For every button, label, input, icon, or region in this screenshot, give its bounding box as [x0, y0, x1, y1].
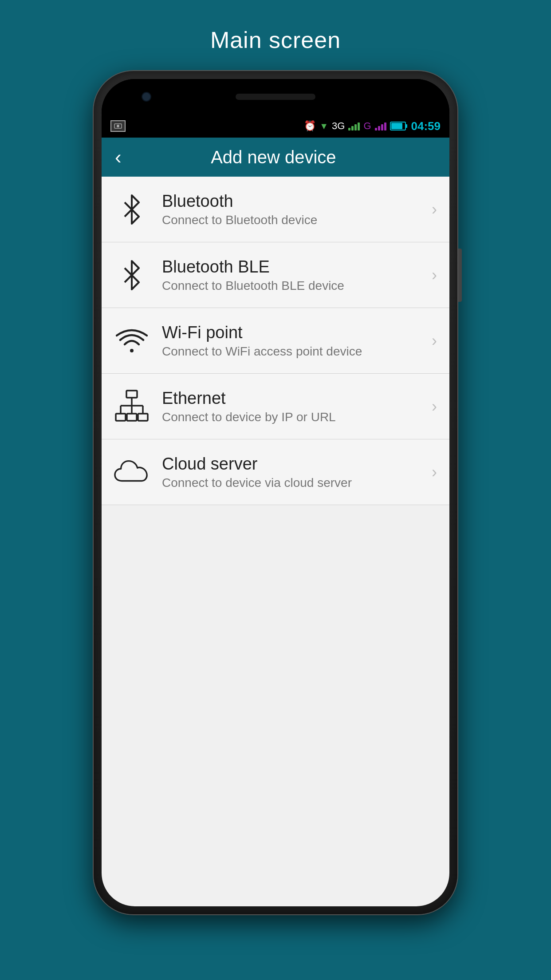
- cloud-text: Cloud server Connect to device via cloud…: [162, 454, 432, 490]
- svg-point-1: [117, 125, 119, 127]
- network-label: 3G: [332, 120, 345, 132]
- bluetooth-text: Bluetooth Connect to Bluetooth device: [162, 191, 432, 228]
- svg-rect-7: [116, 414, 126, 421]
- ethernet-icon: [114, 389, 150, 424]
- ethernet-text: Ethernet Connect to device by IP or URL: [162, 388, 432, 425]
- cloud-title: Cloud server: [162, 454, 432, 474]
- list-item-bluetooth[interactable]: Bluetooth Connect to Bluetooth device ›: [102, 177, 449, 242]
- front-camera: [142, 92, 151, 102]
- cloud-subtitle: Connect to device via cloud server: [162, 476, 432, 490]
- bluetooth-icon: [114, 192, 150, 227]
- phone-shell: ⏰ ▼ 3G G: [94, 71, 457, 914]
- bluetooth-ble-text: Bluetooth BLE Connect to Bluetooth BLE d…: [162, 257, 432, 293]
- bluetooth-ble-chevron: ›: [432, 266, 437, 285]
- bluetooth-subtitle: Connect to Bluetooth device: [162, 213, 432, 227]
- empty-area: [102, 541, 449, 906]
- signal-bars-2: [375, 122, 386, 130]
- bluetooth-ble-title: Bluetooth BLE: [162, 257, 432, 277]
- svg-rect-9: [138, 414, 148, 421]
- phone-top-bar: [102, 79, 449, 115]
- wifi-subtitle: Connect to WiFi access point device: [162, 344, 432, 359]
- status-bar: ⏰ ▼ 3G G: [102, 115, 449, 138]
- photo-icon: [110, 120, 126, 132]
- ethernet-subtitle: Connect to device by IP or URL: [162, 410, 432, 424]
- alarm-icon: ⏰: [304, 120, 316, 132]
- phone-screen: ⏰ ▼ 3G G: [102, 79, 449, 906]
- wifi-title: Wi-Fi point: [162, 323, 432, 343]
- svg-rect-4: [391, 123, 402, 129]
- menu-list: Bluetooth Connect to Bluetooth device › …: [102, 177, 449, 541]
- svg-rect-8: [127, 414, 137, 421]
- page-title: Main screen: [210, 27, 341, 53]
- svg-rect-3: [405, 124, 407, 128]
- wifi-icon: [114, 323, 150, 359]
- phone-speaker: [236, 94, 315, 100]
- status-right: ⏰ ▼ 3G G: [304, 119, 441, 133]
- app-header-title: Add new device: [130, 147, 417, 167]
- bluetooth-title: Bluetooth: [162, 191, 432, 212]
- list-item-ethernet[interactable]: Ethernet Connect to device by IP or URL …: [102, 374, 449, 439]
- ethernet-title: Ethernet: [162, 388, 432, 409]
- bluetooth-ble-subtitle: Connect to Bluetooth BLE device: [162, 279, 432, 293]
- app-header: ‹ Add new device: [102, 138, 449, 177]
- cloud-icon: [114, 454, 150, 490]
- battery-icon: [390, 121, 408, 131]
- list-item-wifi[interactable]: Wi-Fi point Connect to WiFi access point…: [102, 308, 449, 374]
- wifi-status-icon: ▼: [319, 121, 328, 131]
- network2-label: G: [363, 120, 371, 132]
- back-button[interactable]: ‹: [115, 147, 122, 167]
- list-item-cloud[interactable]: Cloud server Connect to device via cloud…: [102, 439, 449, 505]
- list-item-bluetooth-ble[interactable]: Bluetooth BLE Connect to Bluetooth BLE d…: [102, 242, 449, 308]
- status-time: 04:59: [411, 119, 441, 133]
- wifi-text: Wi-Fi point Connect to WiFi access point…: [162, 323, 432, 359]
- status-left: [110, 120, 304, 132]
- ethernet-chevron: ›: [432, 397, 437, 416]
- cloud-chevron: ›: [432, 463, 437, 482]
- bluetooth-ble-icon: [114, 257, 150, 293]
- svg-point-5: [130, 349, 134, 352]
- bluetooth-chevron: ›: [432, 200, 437, 219]
- svg-rect-6: [126, 391, 137, 398]
- wifi-chevron: ›: [432, 332, 437, 350]
- signal-bars-1: [348, 122, 360, 130]
